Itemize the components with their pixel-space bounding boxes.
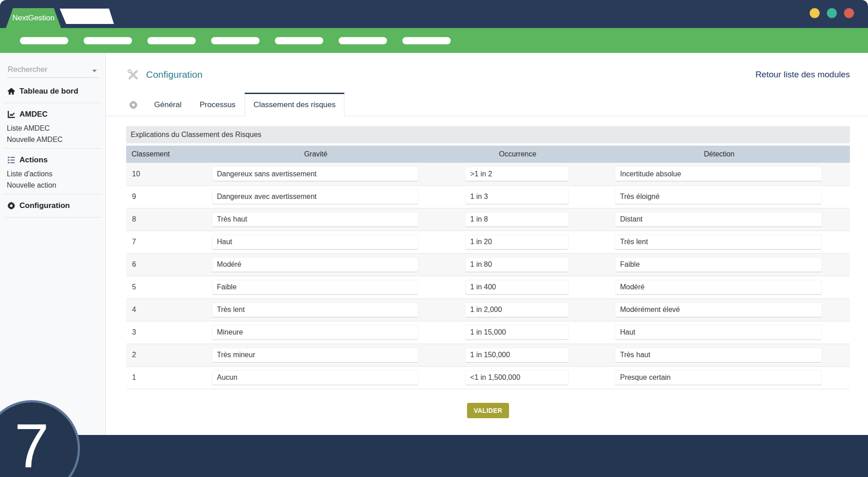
- sidebar-item-tableau-de-bord[interactable]: Tableau de bord: [7, 83, 99, 99]
- gravite-input[interactable]: [212, 370, 418, 385]
- sidebar-link-nouvelle-amdec[interactable]: Nouvelle AMDEC: [7, 134, 99, 145]
- back-to-modules-link[interactable]: Retour liste des modules: [755, 70, 850, 80]
- valider-button[interactable]: VALIDER: [467, 403, 509, 418]
- tab-processus[interactable]: Processus: [190, 93, 244, 116]
- risk-row: 7: [126, 231, 850, 253]
- nav-item-placeholder[interactable]: [84, 37, 132, 44]
- gravite-cell: [210, 231, 463, 253]
- detection-input[interactable]: [615, 166, 821, 181]
- column-header-occurrence: Occurrence: [463, 146, 613, 163]
- gravite-input[interactable]: [212, 348, 418, 363]
- classement-value: 7: [126, 231, 210, 253]
- gravite-input[interactable]: [212, 189, 418, 204]
- occurrence-cell: [463, 366, 613, 389]
- detection-input[interactable]: [615, 370, 821, 385]
- gear-icon: [7, 202, 15, 210]
- gravite-input[interactable]: [212, 280, 418, 295]
- occurrence-cell: [463, 185, 613, 208]
- gravite-cell: [210, 163, 463, 185]
- divider: [4, 217, 102, 217]
- sidebar-item-actions[interactable]: Actions: [7, 152, 99, 168]
- gravite-input[interactable]: [212, 302, 418, 317]
- occurrence-cell: [463, 163, 613, 185]
- brand-name: NextGestion: [12, 14, 55, 23]
- search-input[interactable]: [7, 64, 99, 78]
- occurrence-input[interactable]: [465, 212, 569, 227]
- footer-band: [0, 435, 868, 477]
- gravite-input[interactable]: [212, 257, 418, 272]
- nav-item-placeholder[interactable]: [20, 37, 68, 44]
- occurrence-cell: [463, 298, 613, 321]
- window-controls: [810, 8, 854, 18]
- sidebar-link-liste-d-actions[interactable]: Liste d'actions: [7, 168, 99, 179]
- window-dot-red[interactable]: [844, 8, 854, 18]
- tab-g-n-ral[interactable]: Général: [145, 93, 190, 116]
- window-dot-yellow[interactable]: [810, 8, 820, 18]
- sidebar-item-amdec[interactable]: AMDEC: [7, 106, 99, 123]
- occurrence-input[interactable]: [465, 257, 569, 272]
- classement-value: 5: [126, 276, 210, 298]
- nav-item-placeholder[interactable]: [402, 37, 451, 44]
- sidebar-item-configuration[interactable]: Configuration: [7, 198, 99, 214]
- occurrence-input[interactable]: [465, 302, 569, 317]
- search-wrap: [7, 64, 99, 78]
- occurrence-cell: [463, 231, 613, 253]
- window-dot-teal[interactable]: [827, 8, 837, 18]
- header-tab-placeholder: [60, 9, 114, 24]
- risk-row: 2: [126, 344, 850, 366]
- panel-title: Explications du Classement des Risques: [126, 126, 850, 143]
- main-content: Configuration Retour liste des modules G…: [106, 53, 868, 435]
- gravite-cell: [210, 298, 463, 321]
- tasks-icon: [7, 156, 15, 165]
- sidebar-link-liste-amdec[interactable]: Liste AMDEC: [7, 123, 99, 134]
- gravite-cell: [210, 253, 463, 276]
- brand-tab[interactable]: NextGestion: [6, 8, 61, 28]
- occurrence-input[interactable]: [465, 189, 569, 204]
- detection-input[interactable]: [615, 235, 821, 250]
- occurrence-input[interactable]: [465, 370, 569, 385]
- home-icon: [7, 87, 15, 96]
- nav-item-placeholder[interactable]: [275, 37, 323, 44]
- column-header-classement: Classement: [126, 146, 210, 163]
- tab-classement-des-risques[interactable]: Classement des risques: [245, 93, 344, 116]
- classement-value: 2: [126, 344, 210, 366]
- sidebar-item-label: Tableau de bord: [19, 87, 78, 96]
- detection-input[interactable]: [615, 325, 821, 340]
- occurrence-cell: [463, 208, 613, 231]
- detection-input[interactable]: [615, 348, 821, 363]
- detection-input[interactable]: [615, 257, 821, 272]
- page-number: 7: [14, 414, 49, 477]
- sidebar-link-nouvelle-action[interactable]: Nouvelle action: [7, 179, 99, 191]
- chart-line-icon: [7, 110, 15, 119]
- risk-row: 1: [126, 366, 850, 389]
- occurrence-input[interactable]: [465, 166, 569, 181]
- occurrence-input[interactable]: [465, 280, 569, 295]
- gravite-input[interactable]: [212, 212, 418, 227]
- occurrence-input[interactable]: [465, 235, 569, 250]
- sidebar-item-label: AMDEC: [19, 110, 47, 119]
- sidebar-item-label: Configuration: [19, 201, 70, 210]
- chevron-down-icon: [92, 70, 97, 72]
- occurrence-input[interactable]: [465, 348, 569, 363]
- risk-table: ClassementGravitéOccurrenceDétection 109…: [126, 146, 850, 389]
- detection-cell: [613, 321, 850, 344]
- nav-item-placeholder[interactable]: [211, 37, 259, 44]
- nav-item-placeholder[interactable]: [339, 37, 387, 44]
- risk-row: 3: [126, 321, 850, 344]
- column-header-d-tection: Détection: [613, 146, 850, 163]
- detection-input[interactable]: [615, 302, 821, 317]
- gravite-input[interactable]: [212, 325, 418, 340]
- occurrence-cell: [463, 344, 613, 366]
- nav-item-placeholder[interactable]: [147, 37, 196, 44]
- occurrence-cell: [463, 276, 613, 298]
- gravite-input[interactable]: [212, 166, 418, 181]
- detection-input[interactable]: [615, 280, 821, 295]
- detection-input[interactable]: [615, 189, 821, 204]
- occurrence-input[interactable]: [465, 325, 569, 340]
- gravite-input[interactable]: [212, 235, 418, 250]
- green-nav: [0, 28, 868, 53]
- gravite-cell: [210, 208, 463, 231]
- detection-input[interactable]: [615, 212, 821, 227]
- risk-table-body: 10987654321: [126, 163, 850, 389]
- page-header: Configuration Retour liste des modules: [106, 53, 868, 81]
